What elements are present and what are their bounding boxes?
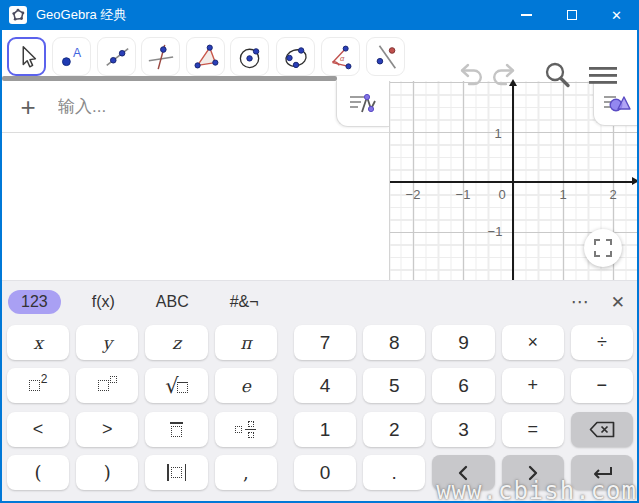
circle-center-point-icon: [236, 43, 264, 71]
key-abs[interactable]: [145, 455, 207, 490]
key-decimal-point[interactable]: .: [363, 455, 425, 490]
redo-button[interactable]: [488, 60, 518, 90]
graphics-style-icon: [603, 91, 631, 115]
algebra-style-button[interactable]: [336, 81, 389, 127]
tool-point-button[interactable]: A: [52, 37, 91, 76]
keyboard-row: <>123=: [7, 412, 633, 447]
caret-left-icon: [457, 465, 469, 481]
key-paren-open[interactable]: (: [7, 455, 69, 490]
keyboard-header: 123f(x)ABC#&¬ ⋯ ✕: [0, 287, 639, 317]
key-plus[interactable]: +: [502, 368, 564, 403]
keyboard-more-button[interactable]: ⋯: [571, 291, 590, 313]
input-underline: [0, 132, 389, 133]
key-x[interactable]: x: [7, 325, 69, 360]
add-expression-button[interactable]: +: [0, 94, 56, 120]
close-button[interactable]: ✕: [594, 0, 639, 30]
key-power[interactable]: [76, 368, 138, 403]
virtual-keyboard: 123f(x)ABC#&¬ ⋯ ✕ xyzπ789×÷ 2√e456+− <>1…: [0, 280, 639, 503]
key-pi[interactable]: π: [215, 325, 277, 360]
key-9[interactable]: 9: [432, 325, 494, 360]
redo-icon: [488, 60, 518, 90]
key-arrow-right[interactable]: [502, 455, 564, 490]
keyboard-tab-123[interactable]: 123: [8, 290, 61, 314]
keyboard-tab-#&¬[interactable]: #&¬: [220, 290, 269, 314]
maximize-icon: [567, 10, 577, 20]
key-0[interactable]: 0: [294, 455, 356, 490]
hamburger-menu-icon: [587, 60, 619, 90]
algebra-input-row: +: [0, 81, 389, 132]
enter-icon: [590, 465, 614, 481]
key-paren-close[interactable]: ): [76, 455, 138, 490]
tool-angle-button[interactable]: α: [321, 37, 360, 76]
geogebra-logo-icon: [9, 6, 27, 24]
svg-text:α: α: [340, 53, 345, 62]
x-axis-arrow: [632, 177, 639, 185]
maximize-button[interactable]: [549, 0, 594, 30]
key-comma[interactable]: ,: [215, 455, 277, 490]
key-7[interactable]: 7: [294, 325, 356, 360]
key-4[interactable]: 4: [294, 368, 356, 403]
key-multiply[interactable]: ×: [502, 325, 564, 360]
backspace-icon: [589, 421, 615, 438]
undo-icon: [457, 60, 487, 90]
keyboard-row: (),0.: [7, 455, 633, 490]
tool-perpendicular-line-button[interactable]: [141, 37, 180, 76]
undo-button[interactable]: [457, 60, 487, 90]
x-tick-label: 1: [559, 187, 566, 202]
key-greater-than[interactable]: >: [76, 412, 138, 447]
key-divide[interactable]: ÷: [571, 325, 633, 360]
key-z[interactable]: z: [145, 325, 207, 360]
key-enter[interactable]: [571, 455, 633, 490]
y-axis: [512, 84, 514, 280]
key-1[interactable]: 1: [294, 412, 356, 447]
tool-ellipse-button[interactable]: [276, 37, 315, 76]
y-tick-label: −1: [488, 224, 503, 239]
tool-line-button[interactable]: [97, 37, 136, 76]
keyboard-close-button[interactable]: ✕: [611, 292, 625, 313]
x-tick-label: −2: [406, 187, 421, 202]
key-equals[interactable]: =: [502, 412, 564, 447]
move-cursor-icon: [13, 43, 41, 71]
key-square[interactable]: 2: [7, 368, 69, 403]
toolbar: A: [0, 30, 639, 76]
line-two-points-icon: [103, 43, 131, 71]
ellipse-through-points-icon: [282, 43, 310, 71]
perpendicular-line-icon: [147, 43, 175, 71]
fullscreen-button[interactable]: [584, 229, 622, 267]
key-2[interactable]: 2: [363, 412, 425, 447]
tool-polygon-button[interactable]: [186, 37, 225, 76]
tool-move-button[interactable]: [7, 37, 46, 76]
keyboard-row: xyzπ789×÷: [7, 325, 633, 360]
search-button[interactable]: [541, 59, 573, 91]
key-y[interactable]: y: [76, 325, 138, 360]
window-title: GeoGebra 经典: [36, 6, 504, 24]
key-6[interactable]: 6: [432, 368, 494, 403]
algebra-view: +: [0, 81, 389, 280]
key-5[interactable]: 5: [363, 368, 425, 403]
toolbar-scrollbar[interactable]: [2, 76, 337, 81]
key-backspace[interactable]: [571, 412, 633, 447]
svg-text:A: A: [72, 46, 81, 60]
key-8[interactable]: 8: [363, 325, 425, 360]
tool-reflect-button[interactable]: [366, 37, 405, 76]
graphics-view[interactable]: −2 −1 0 1 2 1 −1: [390, 81, 639, 280]
minimize-button[interactable]: [504, 0, 549, 30]
x-tick-label: 2: [609, 187, 616, 202]
search-icon: [541, 59, 573, 91]
caret-right-icon: [527, 465, 539, 481]
fullscreen-icon: [594, 239, 612, 257]
keyboard-tab-f(x)[interactable]: f(x): [82, 290, 125, 314]
key-3[interactable]: 3: [432, 412, 494, 447]
key-e[interactable]: e: [215, 368, 277, 403]
key-minus[interactable]: −: [571, 368, 633, 403]
key-mixed-number[interactable]: [215, 412, 277, 447]
key-less-than[interactable]: <: [7, 412, 69, 447]
tool-circle-center-point-button[interactable]: [230, 37, 269, 76]
key-arrow-left[interactable]: [432, 455, 494, 490]
angle-icon: α: [327, 43, 355, 71]
key-sqrt[interactable]: √: [145, 368, 207, 403]
keyboard-tab-ABC[interactable]: ABC: [146, 290, 199, 314]
menu-button[interactable]: [587, 60, 619, 90]
y-tick-label: 1: [494, 126, 501, 141]
key-recurring-decimal[interactable]: [145, 412, 207, 447]
